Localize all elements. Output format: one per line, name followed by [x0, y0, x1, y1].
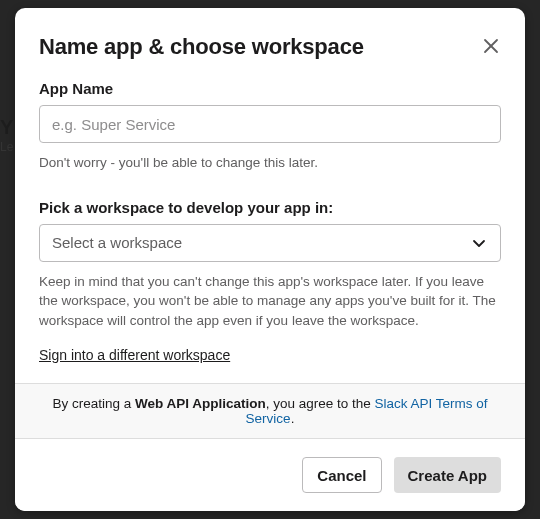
workspace-group: Pick a workspace to develop your app in:… [39, 199, 501, 366]
app-name-label: App Name [39, 80, 501, 97]
terms-suffix: . [291, 411, 295, 426]
modal-header: Name app & choose workspace [15, 8, 525, 60]
workspace-help: Keep in mind that you can't change this … [39, 272, 501, 331]
signin-workspace-link[interactable]: Sign into a different workspace [39, 345, 230, 365]
app-name-help: Don't worry - you'll be able to change t… [39, 153, 501, 173]
terms-prefix: By creating a [52, 396, 135, 411]
close-button[interactable] [481, 36, 501, 56]
workspace-select-value: Select a workspace [52, 234, 470, 251]
terms-bar: By creating a Web API Application, you a… [15, 383, 525, 439]
cancel-button[interactable]: Cancel [302, 457, 381, 493]
app-name-input[interactable] [39, 105, 501, 143]
app-name-group: App Name Don't worry - you'll be able to… [39, 80, 501, 173]
terms-middle: , you agree to the [266, 396, 375, 411]
workspace-label: Pick a workspace to develop your app in: [39, 199, 501, 216]
create-app-button[interactable]: Create App [394, 457, 501, 493]
workspace-select[interactable]: Select a workspace [39, 224, 501, 262]
close-icon [483, 42, 499, 57]
create-app-modal: Name app & choose workspace App Name Don… [15, 8, 525, 511]
modal-footer: Cancel Create App [15, 439, 525, 511]
chevron-down-icon [470, 234, 488, 252]
modal-body: App Name Don't worry - you'll be able to… [15, 60, 525, 383]
terms-bold: Web API Application [135, 396, 266, 411]
modal-title: Name app & choose workspace [39, 34, 364, 60]
